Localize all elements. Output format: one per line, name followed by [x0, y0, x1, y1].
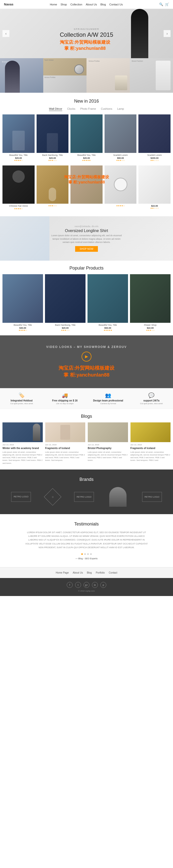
featured-col-2[interactable]: Tashi Watan Versus Puritas: [43, 58, 86, 93]
nav-about[interactable]: About Us: [86, 3, 97, 6]
search-icon[interactable]: 🔍: [159, 2, 163, 6]
product-card[interactable]: Scarlett Lorem $200.00 ★★☆☆☆: [139, 115, 171, 161]
video-play-button[interactable]: ▶: [81, 352, 92, 362]
feature-title-3: support 24/7a: [132, 399, 171, 402]
product-card[interactable]: Scarlett Lorem $90.00 ★★★☆☆: [104, 115, 137, 161]
footer-nav-blog[interactable]: Blog: [87, 571, 92, 574]
video-section: VIDEO LOOKS – MY SHOWROOM & ZEROUV ▶ 淘宝店…: [0, 335, 173, 388]
hero-prev-arrow[interactable]: ‹: [2, 30, 9, 37]
nav-collection[interactable]: Collection: [70, 3, 82, 6]
footer-copy: © 2016 vcphp.com: [4, 590, 169, 592]
dot-0[interactable]: [81, 553, 83, 555]
testimonial-text: LOREM IPSUM DOLOR SIT AMET, CONSECTETUR …: [25, 531, 148, 549]
googleplus-icon[interactable]: g+: [83, 582, 90, 588]
product-stars: ★★☆☆☆: [139, 207, 171, 209]
footer-nav-contact[interactable]: Contact: [109, 571, 117, 574]
new-products-row1: Beautiful You, Title $20.00 ★★★★☆ Back H…: [0, 115, 173, 165]
product-card[interactable]: Chinese Fair Alone ★★★★☆: [2, 165, 34, 210]
product-price: $50.00: [88, 327, 128, 329]
popular-card[interactable]: Back Hambung, Title $20.00 ★★★☆☆: [45, 274, 85, 332]
popular-card[interactable]: Beautiful You, Title $50.00 ★★★★★: [88, 274, 128, 332]
blogs-grid: Jun 13, 2016 Winter with the academy bra…: [2, 423, 171, 465]
cart-icon[interactable]: 🛒: [165, 2, 169, 6]
blogs-title: Blogs: [2, 414, 171, 419]
testimonials-title: Testimonials: [7, 522, 166, 527]
popular-card[interactable]: Beautiful You, Title $30.00 ★★★★☆: [2, 274, 43, 332]
product-name: Scarlett Lorem: [104, 154, 137, 156]
brand-logo-4[interactable]: RETRO LOGO: [142, 492, 162, 502]
blog-title-3[interactable]: Fragments of Iceland: [130, 446, 171, 450]
brand-logo-diamond[interactable]: ◇: [44, 488, 61, 505]
product-stars: ★★★☆☆: [130, 329, 171, 332]
blog-text-2: Lolis ipsum dolor sit amet, consectetur …: [88, 451, 128, 462]
popular-card[interactable]: Flower Shop $22.00 ★★★☆☆: [130, 274, 171, 332]
product-name: Back Hambung, Title: [36, 154, 69, 156]
product-card[interactable]: Beautiful You, Title $20.00 ★★★★☆: [2, 115, 34, 161]
linkedin-icon[interactable]: in: [92, 582, 98, 588]
blog-figure: [33, 424, 40, 441]
new-products-row2-wrapper: Chinese Fair Alone ★★★★☆ ★★★☆☆: [0, 165, 173, 214]
footer: f t g+ in p © 2016 vcphp.com: [0, 578, 173, 596]
dot-1[interactable]: [84, 553, 86, 555]
hero-subtitle: SPRING/SUMMER: [60, 28, 113, 30]
product-card[interactable]: Beautiful You, Title $20.00 ★★★★★: [70, 115, 103, 161]
blog-title-0[interactable]: Winter with the academy brand: [2, 446, 43, 450]
nav-home[interactable]: Home: [50, 3, 57, 6]
product-card[interactable]: [70, 165, 103, 210]
featured-strip: Brand Fashion Tashi Watan Versus Puritas…: [0, 58, 173, 93]
dot-3[interactable]: [90, 553, 92, 555]
product-name: Beautiful You, Title: [2, 324, 43, 326]
product-card[interactable]: ★★★☆☆: [36, 165, 69, 210]
featured-col-3[interactable]: Versus Puritas: [86, 58, 130, 93]
tab-walldecor[interactable]: Wall Décor: [49, 107, 62, 111]
new-section-header: New in 2016: [0, 93, 173, 107]
shipping-icon: 🚚: [45, 392, 84, 398]
featured-col-1[interactable]: Brand Fashion: [0, 58, 43, 93]
tab-cushions[interactable]: Cushions: [101, 107, 112, 111]
footer-nav-portfolio[interactable]: Portfolio: [96, 571, 105, 574]
logo[interactable]: Navas: [4, 2, 13, 6]
tab-clocks[interactable]: Clocks: [67, 107, 75, 111]
watch-img: [74, 64, 84, 74]
product-card[interactable]: $22.00 ★★☆☆☆: [139, 165, 171, 210]
blog-title-2[interactable]: Bristol Photography: [88, 446, 128, 450]
footer-nav-about[interactable]: About Us: [73, 571, 83, 574]
footer-nav-home[interactable]: Home Page: [56, 571, 69, 574]
blog-card-1[interactable]: Jun 13, 2016 Fragments of Iceland Lolis …: [45, 423, 85, 465]
product-card[interactable]: Back Hambung, Title $20.00 ★★★☆☆: [36, 115, 69, 161]
brands-title: Brands: [5, 477, 168, 482]
brand-logo-0[interactable]: RETRO LOGO: [11, 492, 31, 502]
blogs-section: Blogs Jun 13, 2016 Winter with the acade…: [0, 409, 173, 469]
blog-card-2[interactable]: Jun 13, 2016 Bristol Photography Lolis i…: [88, 423, 128, 465]
hero-title: Collection A/W 2015: [60, 31, 113, 38]
blog-card-3[interactable]: Jun 13, 2016 Fragments of Iceland Lolis …: [130, 423, 171, 465]
featured-col-4[interactable]: Brand Fashion: [130, 58, 173, 93]
popular-section: Popular Products Beautiful You, Title $3…: [0, 263, 173, 335]
product-name: Beautiful You, Title: [2, 154, 34, 156]
product-name: Chinese Fair Alone: [2, 205, 34, 207]
feature-title-1: Free shipping on $ 16: [45, 399, 84, 402]
facebook-icon[interactable]: f: [67, 582, 73, 588]
new-section-tabs: Wall Décor Clocks Photo Frame Cushions L…: [0, 107, 173, 111]
product-price: $20.00: [36, 157, 69, 159]
hero-next-arrow[interactable]: ›: [164, 30, 171, 37]
product-stars: ★★★★☆: [104, 205, 137, 207]
nav-blog[interactable]: Blog: [100, 3, 106, 6]
product-stars: ★★★☆☆: [104, 159, 137, 161]
dot-2[interactable]: [87, 553, 89, 555]
product-stars: ★★★★☆: [2, 159, 34, 161]
shop-now-button[interactable]: SHOP NOW: [75, 246, 98, 252]
nav-contact[interactable]: Contact Us: [109, 3, 123, 6]
blog-img-3: [130, 423, 171, 442]
product-stars: ★★★★☆: [2, 329, 43, 332]
twitter-icon[interactable]: t: [75, 582, 81, 588]
blog-title-1[interactable]: Fragments of Iceland: [45, 446, 85, 450]
brand-portrait[interactable]: [109, 487, 126, 507]
pinterest-icon[interactable]: p: [100, 582, 106, 588]
tab-photoframe[interactable]: Photo Frame: [80, 107, 96, 111]
tab-lamp[interactable]: Lamp: [117, 107, 124, 111]
brand-logo-2[interactable]: RETRO LOGO: [74, 492, 94, 502]
product-card[interactable]: ★★★★☆: [104, 165, 137, 210]
blog-card-0[interactable]: Jun 13, 2016 Winter with the academy bra…: [2, 423, 43, 465]
nav-shop[interactable]: Shop: [60, 3, 67, 6]
